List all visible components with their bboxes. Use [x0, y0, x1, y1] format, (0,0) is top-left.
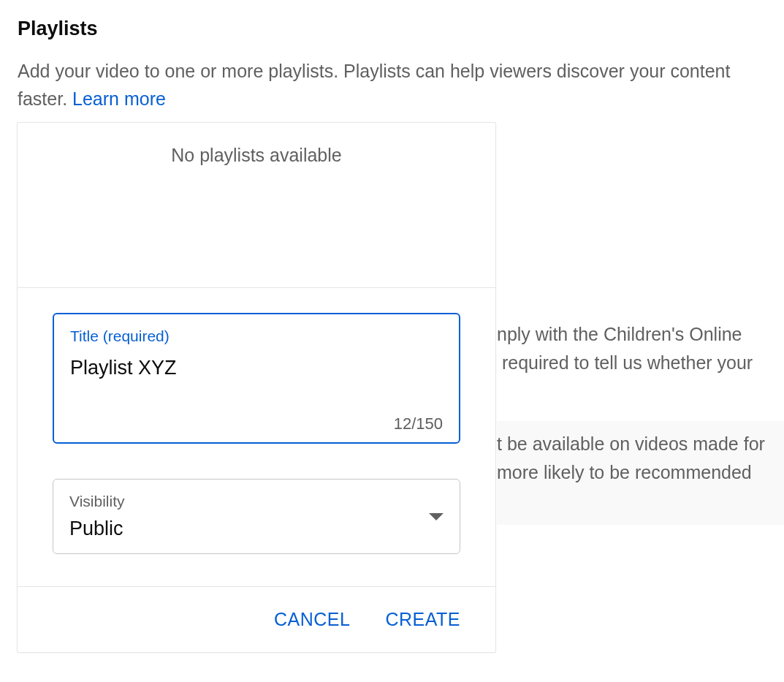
popup-footer: CANCEL CREATE	[18, 587, 495, 652]
no-playlists-message: No playlists available	[18, 145, 495, 166]
learn-more-link[interactable]: Learn more	[72, 88, 166, 109]
playlist-list-area: No playlists available	[18, 123, 495, 288]
section-title: Playlists	[18, 18, 766, 40]
title-field-container[interactable]: Title (required) 12/150	[53, 313, 460, 444]
cancel-button[interactable]: CANCEL	[274, 609, 350, 630]
visibility-value: Public	[69, 518, 124, 540]
background-text-coppa: nply with the Children's Online required…	[497, 320, 753, 377]
section-description: Add your video to one or more playlists.…	[18, 58, 763, 113]
background-info-box: t be available on videos made for more l…	[497, 421, 784, 525]
visibility-dropdown[interactable]: Visibility Public	[53, 479, 460, 554]
visibility-label: Visibility	[69, 493, 124, 510]
title-field-label: Title (required)	[70, 327, 443, 345]
create-button[interactable]: CREATE	[385, 609, 460, 630]
chevron-down-icon	[429, 513, 444, 520]
create-playlist-popup: No playlists available Title (required) …	[17, 122, 496, 653]
popup-form-body: Title (required) 12/150 Visibility Publi…	[18, 288, 495, 587]
playlist-title-input[interactable]	[70, 357, 443, 379]
title-char-counter: 12/150	[70, 414, 443, 433]
